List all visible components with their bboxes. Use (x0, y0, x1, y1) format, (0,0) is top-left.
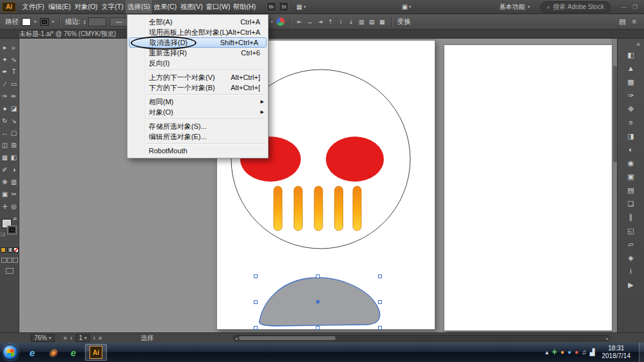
color-button[interactable] (1, 247, 6, 252)
width-tool[interactable]: ↔ (1, 128, 10, 137)
zoom-tool[interactable]: ◎ (10, 202, 19, 211)
rectangle-tool[interactable]: ▭ (10, 79, 19, 88)
select-menu-item[interactable]: RobotMouth (128, 146, 268, 156)
draw-inside-icon[interactable] (13, 258, 18, 263)
stroke-swatch[interactable] (7, 225, 17, 234)
gradient-tool[interactable]: ◧ (10, 153, 19, 162)
view-options-icon[interactable]: ▣ ▾ (402, 3, 412, 10)
scroll-right-icon[interactable]: ▸ (606, 336, 609, 341)
blend-tool[interactable]: ◑ (10, 165, 19, 174)
expand-panels-icon[interactable]: « (618, 39, 644, 49)
artboard-tool[interactable]: ▣ (1, 189, 10, 198)
selection-handle[interactable] (316, 327, 319, 330)
browser2-taskbar-icon[interactable]: e (63, 344, 84, 361)
paintbrush-tool[interactable]: ✑ (1, 91, 10, 100)
show-desktop-button[interactable] (639, 343, 644, 362)
horizontal-scrollbar-thumb[interactable] (239, 336, 336, 340)
transparency-panel-icon[interactable]: ◐ (625, 145, 638, 154)
eyedropper-tool[interactable]: ✐ (1, 165, 10, 174)
select-menu-item[interactable]: 现用画板上的全部对象(L)Alt+Ctrl+A (128, 27, 268, 37)
graphic-styles-panel-icon[interactable]: ▣ (625, 172, 638, 181)
spinner-down-icon[interactable]: ▾ (84, 22, 86, 24)
shape-builder-tool[interactable]: ◫ (1, 140, 10, 149)
free-transform-tool[interactable]: ▢ (10, 128, 19, 137)
bridge-icon[interactable]: Br (267, 2, 276, 12)
first-artboard-button[interactable]: « (64, 334, 68, 341)
appearance-panel-icon[interactable]: ◉ (625, 158, 638, 167)
swatches-panel-icon[interactable]: ▦ (625, 77, 638, 86)
last-artboard-button[interactable]: » (99, 334, 102, 341)
mesh-tool[interactable]: ▦ (1, 153, 10, 162)
menubar-item[interactable]: 视图(V) (178, 0, 205, 14)
menubar-item[interactable]: 选择(S) (126, 0, 152, 14)
select-menu-item[interactable]: 重新选择(R)Ctrl+6 (128, 48, 268, 58)
type-tool[interactable]: T (10, 67, 19, 76)
select-menu-item[interactable]: 编辑所选对象(E)... (128, 131, 268, 142)
gradient-button[interactable] (7, 247, 12, 252)
selected-mouth-shape[interactable] (260, 278, 380, 326)
scale-tool[interactable]: ↘ (10, 116, 19, 125)
line-segment-tool[interactable]: ∕ (1, 79, 10, 88)
select-menu-item[interactable]: 反向(I) (128, 58, 268, 68)
window-restore-icon[interactable]: ❐ (632, 4, 638, 10)
align-center-v-icon[interactable]: ↕ (337, 17, 345, 26)
brushes-panel-icon[interactable]: ✑ (625, 91, 638, 100)
volume-tray-icon[interactable]: ♫ (582, 349, 587, 356)
distribute-h-icon[interactable]: ▥ (357, 17, 366, 26)
previous-artboard-button[interactable]: ‹ (70, 334, 72, 341)
color-panel-icon[interactable]: ◧ (625, 50, 638, 59)
selection-handle[interactable] (316, 275, 319, 278)
adobe-stock-search[interactable]: ⌕ 搜索 Adobe Stock (540, 1, 611, 13)
chevron-down-icon[interactable]: ▾ (34, 19, 37, 24)
selection-handle[interactable] (379, 327, 382, 330)
select-menu-item[interactable]: 下方的下一个对象(B)Alt+Ctrl+[ (128, 82, 268, 93)
window-minimize-icon[interactable]: — (621, 4, 627, 10)
transform-panel-icon[interactable]: ▱ (625, 240, 638, 249)
selection-tool[interactable]: ▸ (1, 43, 10, 52)
select-menu-item[interactable]: 存储所选对象(S)... (128, 121, 268, 131)
direct-selection-tool[interactable]: ▹ (10, 43, 19, 52)
select-menu-item[interactable]: 相同(M)▶ (128, 97, 268, 107)
screen-mode-icon[interactable] (6, 268, 14, 274)
blob-brush-tool[interactable]: ● (1, 104, 10, 113)
horizontal-scrollbar[interactable]: ◂ ▸ (233, 335, 611, 341)
taskbar-clock[interactable]: 18:31 2018/7/14 (602, 345, 631, 361)
slice-tool[interactable]: ✂ (10, 189, 19, 198)
illustrator-taskbar-button[interactable]: Ai (85, 344, 107, 361)
draw-normal-icon[interactable] (1, 258, 6, 263)
skull-tooth[interactable] (353, 186, 361, 231)
lasso-tool[interactable]: ∿ (10, 55, 19, 64)
skull-tooth[interactable] (314, 186, 323, 231)
ie-taskbar-icon[interactable]: e (22, 344, 43, 361)
none-button[interactable] (14, 247, 19, 252)
default-fill-stroke-icon[interactable]: ❏ (1, 232, 5, 237)
document-tab[interactable]: 未标题-1.ai* @ 76% (CMYK/预览) (19, 30, 116, 37)
selection-handle[interactable] (254, 327, 258, 330)
stroke-panel-icon[interactable]: ≡ (625, 118, 638, 127)
layers-panel-icon[interactable]: ▤ (625, 186, 638, 195)
stroke-weight-field[interactable] (88, 17, 106, 26)
hand-tool[interactable]: ✛ (1, 202, 10, 211)
menubar-item[interactable]: 窗口(W) (205, 0, 231, 14)
transform-label[interactable]: 变换 (397, 17, 411, 26)
distribute-spacing-icon[interactable]: ▦ (378, 17, 386, 26)
select-menu-item[interactable]: 对象(O)▶ (128, 107, 268, 117)
vertical-scrollbar[interactable] (612, 39, 617, 332)
chevron-down-icon[interactable]: ▾ (52, 19, 55, 24)
menubar-item[interactable]: 效果(C) (152, 0, 178, 14)
selection-handle[interactable] (254, 275, 258, 278)
info-panel-icon[interactable]: i (625, 267, 638, 276)
selection-handle[interactable] (379, 275, 382, 278)
media-tray-icon[interactable]: ● (574, 349, 578, 356)
stroke-weight-stepper[interactable]: ▴ ▾ (84, 19, 86, 24)
select-menu-item[interactable]: 取消选择(D)Shift+Ctrl+A (129, 37, 267, 48)
skull-tooth[interactable] (335, 186, 343, 231)
column-graph-tool[interactable]: ▥ (10, 177, 19, 186)
color-guide-panel-icon[interactable]: ▲ (625, 64, 638, 73)
swap-fill-stroke-icon[interactable]: ⇄ (13, 216, 17, 222)
selection-handle[interactable] (254, 301, 258, 304)
browser-taskbar-icon[interactable]: ◉ (43, 344, 63, 361)
menubar-item[interactable]: 帮助(H) (231, 0, 258, 14)
canvas[interactable] (19, 39, 612, 332)
magic-wand-tool[interactable]: ✦ (1, 55, 10, 64)
